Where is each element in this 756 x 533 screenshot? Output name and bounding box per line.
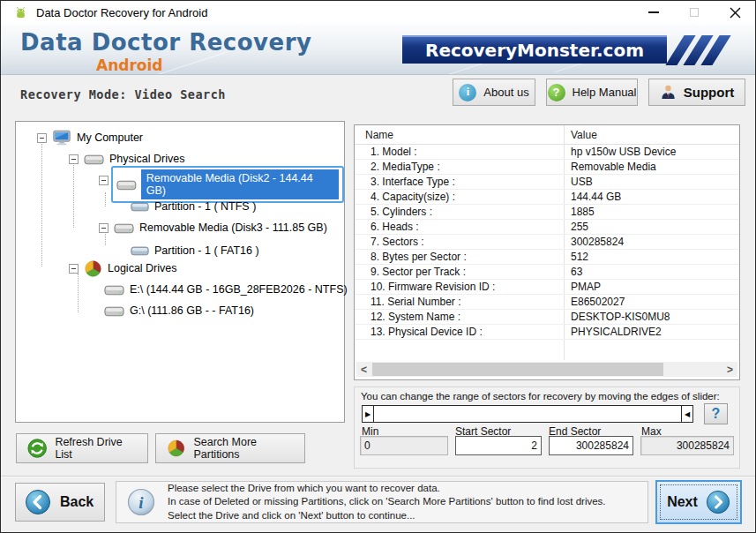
recovery-mode-label: Recovery Mode: Video Search [20,87,226,101]
prop-value: USB [571,176,593,188]
tree-item-my-computer[interactable]: My Computer [37,129,143,146]
prop-name: 8. Bytes per Sector : [371,251,467,263]
tree-item-physical-drives[interactable]: Physical Drives [69,150,184,168]
about-us-button[interactable]: i About us [453,79,535,106]
prop-value: 144.44 GB [571,191,621,203]
back-label: Back [60,494,94,510]
next-label: Next [667,494,698,510]
slider-help-button[interactable]: ? [704,403,728,424]
svg-text:i: i [138,493,144,512]
close-icon [730,7,741,19]
table-row: 3. Interface Type :USB [355,175,739,190]
prop-name: 13. Physical Device ID : [371,326,483,338]
tree-item-label: My Computer [77,131,143,144]
search-more-partitions-button[interactable]: Search More Partitions [155,433,305,463]
tree-item-label: Partition - 1 ( FAT16 ) [154,244,259,257]
footer-separator [1,476,755,477]
help-manual-button[interactable]: ? Help Manual [546,79,638,106]
table-row: 2. MediaType :Removable Media [355,160,739,175]
back-arrow-icon [25,489,51,515]
partition-icon [131,245,149,256]
support-label: Support [684,85,735,100]
refresh-drive-list-button[interactable]: Refresh Drive List [16,433,148,463]
slider-left-handle[interactable]: ▶ [363,406,374,422]
brand-product: Android [96,56,163,74]
question-icon: ? [548,84,565,101]
max-field [640,436,734,455]
back-button[interactable]: Back [15,483,105,522]
site-banner-text: RecoveryMonster.com [425,40,644,61]
tree-item-drive-g[interactable]: G:\ (111.86 GB - - FAT16) [104,302,254,319]
table-row: 9. Sector per Track :63 [355,265,739,280]
tree-item-partition-ntfs[interactable]: Partition - 1 ( NTFS ) [131,198,256,215]
slider-right-handle[interactable]: ◀ [681,406,692,422]
prop-value: 1885 [571,206,595,218]
collapse-icon[interactable] [99,176,109,185]
drive-icon [114,222,134,234]
next-button[interactable]: Next [655,480,742,524]
prop-value: 255 [571,221,588,233]
about-us-label: About us [483,86,528,99]
column-header-value: Value [571,129,597,141]
prop-value: 63 [571,266,582,278]
min-field [360,436,448,455]
table-header: Name Value [355,125,739,145]
prop-name: 5. Cylinders : [371,206,432,218]
maximize-button[interactable] [674,1,715,24]
drive-icon [84,154,104,165]
collapse-icon[interactable] [37,133,47,143]
drive-icon [104,284,124,296]
site-banner: RecoveryMonster.com [402,35,667,64]
title-bar: Data Doctor Recovery for Android [1,1,755,24]
table-row: 8. Bytes per Sector :512 [355,250,739,265]
tree-guide [73,162,74,228]
horizontal-scrollbar[interactable]: < > [356,362,737,377]
tree-item-drive-e[interactable]: E:\ (144.44 GB - 16GB_28FEB2026 - NTFS) [104,281,348,298]
collapse-icon[interactable] [69,264,79,274]
help-manual-label: Help Manual [573,86,637,99]
prop-value: PHYSICALDRIVE2 [571,326,662,338]
prop-value: hp v150w USB Device [571,146,676,158]
tree-item-partition-fat16[interactable]: Partition - 1 ( FAT16 ) [131,242,259,259]
support-button[interactable]: Support [648,79,745,106]
window-controls [633,1,755,24]
end-sector-field[interactable] [549,436,633,455]
minimize-icon [648,11,659,13]
prop-name: 10. Firmware Revision ID : [371,281,495,293]
collapse-icon[interactable] [69,154,79,164]
tree-item-removable-disk3[interactable]: Removable Media (Disk3 - 111.85 GB) [99,219,327,236]
table-row: 10. Firmware Revision ID :PMAP [355,280,739,295]
footer-info-line3: Select the Drive and click on 'Next' but… [168,509,606,522]
scroll-left-arrow-icon[interactable]: < [356,362,371,377]
prop-name: 11. Serial Number : [371,296,461,308]
prop-name: 6. Heads : [371,221,419,233]
tree-item-label-selected: Removable Media (Disk2 - 144.44 GB) [141,169,339,199]
scrollbar-thumb[interactable] [372,363,663,376]
brand-title: Data Doctor Recovery [20,29,311,56]
minimize-button[interactable] [633,1,674,24]
prop-name: 2. MediaType : [371,161,440,173]
table-row: 13. Physical Device ID :PHYSICALDRIVE2 [355,325,739,340]
prop-name: 9. Sector per Track : [371,266,466,278]
refresh-drive-list-label: Refresh Drive List [55,436,137,461]
slider-help-label: ? [712,406,721,422]
footer-info-line1: Please select the Drive from which you w… [168,482,606,495]
close-button[interactable] [715,1,755,24]
maximize-icon [690,8,699,17]
tree-expander-disk2[interactable] [99,171,109,189]
drive-icon [116,179,137,191]
start-sector-field[interactable] [455,436,542,455]
tree-item-label: Logical Drives [108,262,177,274]
info-icon: i [459,84,476,101]
sector-range-slider[interactable]: ▶ ◀ [362,405,693,423]
sector-range-group: You can change the range of sectors for … [354,387,740,469]
tree-item-logical-drives[interactable]: Logical Drives [69,259,177,277]
mode-bar: Recovery Mode: Video Search i About us ?… [1,76,755,112]
support-person-icon [660,84,677,101]
slider-caption: You can change the range of sectors for … [361,391,720,402]
collapse-icon[interactable] [99,223,109,233]
pie-chart-icon [84,259,102,278]
scroll-right-arrow-icon[interactable]: > [722,362,737,377]
table-row: 4. Capacity(size) :144.44 GB [355,190,739,205]
info-icon: i [127,488,155,516]
